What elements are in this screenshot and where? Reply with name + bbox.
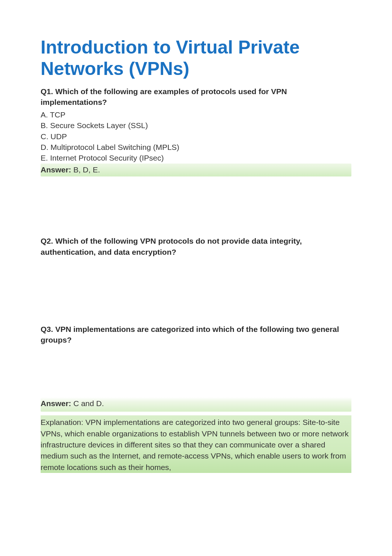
q2-prompt: Q2. Which of the following VPN protocols… xyxy=(41,236,351,257)
q1-answer: Answer: B, D, E. xyxy=(41,164,351,176)
q3-answer-value: C and D. xyxy=(73,399,104,408)
q3-answer: Answer: C and D. xyxy=(41,397,351,412)
page-title: Introduction to Virtual Private Networks… xyxy=(41,37,351,79)
q3-answer-block: Answer: C and D. Explanation: VPN implem… xyxy=(41,397,351,473)
q3-prompt: Q3. VPN implementations are categorized … xyxy=(41,324,351,346)
question-1: Q1. Which of the following are examples … xyxy=(41,86,351,176)
q1-option-b: B. Secure Sockets Layer (SSL) xyxy=(41,120,351,131)
q1-option-c: C. UDP xyxy=(41,131,351,142)
q1-option-d: D. Multiprotocol Label Switching (MPLS) xyxy=(41,142,351,152)
q1-option-a: A. TCP xyxy=(41,109,351,120)
q3-explanation: Explanation: VPN implementations are cat… xyxy=(41,415,351,473)
q1-prompt: Q1. Which of the following are examples … xyxy=(41,86,351,108)
question-2: Q2. Which of the following VPN protocols… xyxy=(41,236,351,257)
q3-answer-label: Answer: xyxy=(41,399,73,408)
q1-answer-label: Answer: xyxy=(41,165,73,174)
q1-option-e: E. Internet Protocol Security (IPsec) xyxy=(41,152,351,163)
question-3: Q3. VPN implementations are categorized … xyxy=(41,324,351,346)
q1-answer-value: B, D, E. xyxy=(73,165,100,174)
